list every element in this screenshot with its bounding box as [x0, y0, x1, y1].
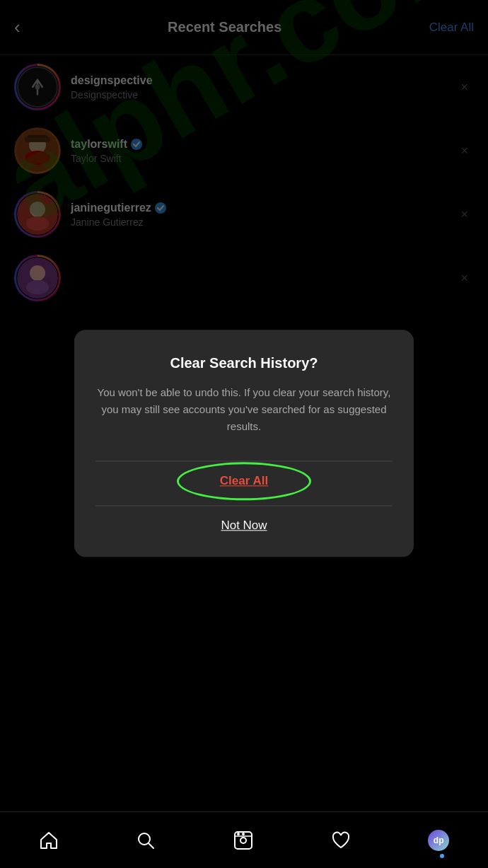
bottom-navigation: dp	[0, 811, 488, 868]
reels-icon	[233, 831, 253, 850]
clear-history-modal: Clear Search History? You won't be able …	[74, 330, 414, 557]
nav-home[interactable]	[28, 825, 70, 856]
modal-title: Clear Search History?	[95, 355, 393, 371]
profile-initials: dp	[434, 835, 444, 845]
modal-divider-top	[95, 461, 393, 461]
svg-point-21	[242, 833, 245, 835]
modal-body: You won't be able to undo this. If you c…	[95, 384, 393, 435]
nav-reels[interactable]	[222, 825, 265, 856]
svg-line-16	[149, 843, 153, 848]
modal-clear-all-button[interactable]: Clear All	[95, 464, 393, 498]
nav-search[interactable]	[124, 825, 167, 856]
modal-not-now-button[interactable]: Not Now	[95, 509, 393, 543]
nav-activity[interactable]	[320, 825, 362, 856]
nav-profile[interactable]: dp	[417, 824, 460, 857]
search-icon	[136, 831, 156, 850]
svg-point-18	[240, 838, 246, 843]
modal-divider-bottom	[95, 505, 393, 506]
heart-icon	[331, 831, 351, 850]
home-icon	[39, 831, 59, 850]
activity-dot-indicator	[440, 854, 444, 858]
profile-avatar: dp	[428, 830, 449, 851]
svg-point-20	[237, 833, 240, 835]
